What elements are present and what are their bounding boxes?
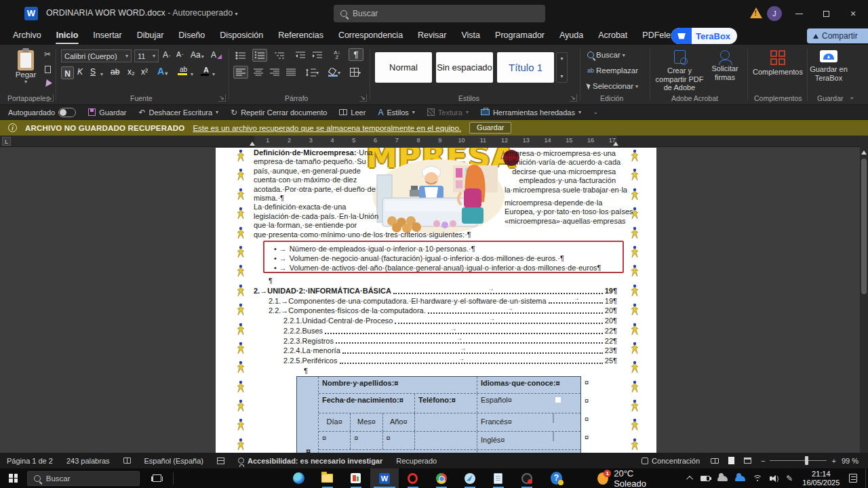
date-header-cell[interactable]: Mes¤ bbox=[351, 413, 382, 431]
underline-chevron-icon[interactable]: ▾ bbox=[100, 71, 103, 77]
volume-icon[interactable]: ) bbox=[770, 475, 778, 482]
format-painter-button[interactable] bbox=[42, 79, 53, 89]
phone-label-cell[interactable]: Teléfono:¤ bbox=[415, 394, 477, 413]
increase-indent-button[interactable] bbox=[310, 49, 325, 62]
phone-empty-cell[interactable] bbox=[415, 432, 477, 449]
ribbon-tab[interactable]: Programador bbox=[488, 27, 552, 45]
pen-icon[interactable]: ✎ bbox=[786, 474, 793, 483]
find-button[interactable]: Buscar▾ bbox=[587, 51, 625, 59]
birthdate-label-cell[interactable]: Fecha·de·nacimiento:¤ bbox=[319, 394, 415, 413]
date-value-cell[interactable]: ¤ bbox=[351, 432, 382, 449]
ribbon-tab[interactable]: Ayuda bbox=[552, 27, 591, 45]
close-button[interactable]: × bbox=[840, 0, 867, 27]
taskbar-app-recorder[interactable] bbox=[513, 468, 541, 488]
toc-entry[interactable]: 2.→ UNIDAD·2:·INFORMÁTICA·BÁSICA → 19¶ bbox=[254, 286, 617, 296]
taskbar-app-compass[interactable] bbox=[456, 468, 484, 488]
adobe-create-pdf-button[interactable]: Crear y compartir PDF de Adobe bbox=[652, 50, 707, 92]
right-indent-marker[interactable] bbox=[613, 142, 618, 146]
taskbar-app-word[interactable]: W bbox=[370, 468, 399, 488]
text-effects-button[interactable]: A▾ bbox=[157, 66, 167, 77]
accessibility-status[interactable]: Accesibilidad: es necesario investigar bbox=[231, 453, 389, 468]
font-name-select[interactable]: Calibri (Cuerpo)▾ bbox=[61, 49, 132, 62]
web-layout-view-button[interactable] bbox=[743, 457, 751, 465]
notification-center-icon[interactable] bbox=[849, 474, 857, 483]
tab-selector[interactable]: L bbox=[2, 137, 11, 146]
bullets-button[interactable] bbox=[233, 49, 248, 62]
task-view-button[interactable] bbox=[146, 468, 167, 488]
name-label-cell[interactable]: Nombre·y·apellidos:¤ bbox=[319, 377, 477, 393]
zoom-thumb[interactable] bbox=[805, 456, 808, 465]
start-button[interactable] bbox=[0, 468, 27, 488]
toc-entry[interactable]: 2.2.4. La·menoría → 23¶ bbox=[254, 346, 617, 356]
qat-save-button[interactable]: Guardar bbox=[88, 108, 126, 117]
language-indicator[interactable]: Español (España) bbox=[138, 453, 210, 468]
collapse-ribbon-chevron-icon[interactable]: ⌄ bbox=[849, 93, 854, 100]
replace-button[interactable]: ab Reemplazar bbox=[587, 66, 638, 75]
ribbon-tab[interactable]: Dibujar bbox=[130, 27, 172, 45]
toc-entry[interactable]: 2.2.→ Componentes·físicos·de·la·computad… bbox=[254, 306, 617, 316]
styles-more-button[interactable]: ▾▾ bbox=[556, 52, 568, 83]
criteria-box[interactable]: • → Número·de·empleados·igual·o·inferior… bbox=[263, 241, 624, 273]
decrease-indent-button[interactable] bbox=[293, 49, 308, 62]
minimize-button[interactable] bbox=[785, 0, 812, 27]
ribbon-tab[interactable]: Acrobat bbox=[591, 27, 635, 45]
french-checkbox-cell[interactable] bbox=[552, 413, 580, 431]
title-chevron-down-icon[interactable]: ▾ bbox=[235, 11, 238, 17]
justify-button[interactable] bbox=[283, 66, 298, 79]
recovery-save-button[interactable]: Guardar bbox=[469, 122, 511, 134]
sort-button[interactable]: A↓Z bbox=[330, 48, 344, 61]
underline-button[interactable]: S bbox=[90, 67, 96, 77]
weather-widget[interactable]: 1 20°C Soleado bbox=[597, 468, 663, 488]
shrink-font-button[interactable]: Aˇ bbox=[176, 50, 183, 58]
font-dialog-launcher[interactable]: ↘ bbox=[218, 94, 226, 102]
battery-icon[interactable] bbox=[701, 476, 710, 481]
recovery-message-link[interactable]: Este es un archivo recuperado que se alm… bbox=[193, 124, 461, 132]
style-card[interactable]: Normal bbox=[375, 52, 432, 83]
strikethrough-button[interactable]: ab bbox=[111, 67, 119, 77]
numbering-button[interactable] bbox=[252, 49, 267, 62]
redo-button[interactable]: ↻ Repetir Cerrar documento bbox=[231, 108, 327, 117]
ribbon-tab[interactable]: Referencias bbox=[271, 27, 331, 45]
toc-entry[interactable]: 2.2.2. Buses → 22¶ bbox=[254, 326, 617, 336]
date-value-cell[interactable]: ¤ bbox=[319, 432, 351, 449]
tray-chevron-up-icon[interactable] bbox=[686, 476, 693, 483]
recovered-status[interactable]: Recuperado bbox=[389, 453, 443, 468]
zoom-percent[interactable]: 99 % bbox=[842, 457, 859, 465]
bakery-clipart[interactable] bbox=[372, 156, 506, 239]
highlight-button[interactable]: ab bbox=[178, 66, 187, 75]
read-mode-view-button[interactable] bbox=[711, 457, 719, 465]
toc-entry[interactable]: 2.2.1. Unidad·Central·de·Proceso → 20¶ bbox=[254, 316, 617, 326]
legacy-tools-button[interactable]: Herramientas heredadas▾ bbox=[481, 108, 581, 117]
focus-mode-button[interactable]: Concentración bbox=[635, 457, 707, 465]
macro-button[interactable] bbox=[210, 453, 231, 468]
zoom-slider[interactable]: − + bbox=[761, 457, 836, 465]
multilevel-list-button[interactable] bbox=[272, 49, 287, 62]
taskbar-app-notepad[interactable] bbox=[484, 468, 513, 488]
table-of-contents[interactable]: 2.→ UNIDAD·2:·INFORMÁTICA·BÁSICA → 19¶ 2… bbox=[254, 286, 617, 366]
ribbon-tab[interactable]: Vista bbox=[454, 27, 488, 45]
word-count[interactable]: 243 palabras bbox=[60, 453, 117, 468]
document-page[interactable]: MPRESA bbox=[216, 148, 656, 453]
proofing-status[interactable] bbox=[117, 453, 138, 468]
select-button[interactable]: Seleccionar▾ bbox=[587, 82, 638, 90]
ribbon-tab[interactable]: Inicio bbox=[49, 27, 86, 45]
help-bubble-button[interactable]: ? bbox=[551, 472, 562, 485]
show-desktop-button[interactable] bbox=[865, 468, 868, 488]
toc-entry[interactable]: 2.2.5. Periféricos → 25¶ bbox=[254, 356, 617, 366]
change-case-button[interactable]: Aa▾ bbox=[191, 50, 204, 60]
checkbox-empty-icon[interactable] bbox=[553, 413, 554, 423]
scrollbar-thumb[interactable] bbox=[861, 159, 867, 294]
copy-button[interactable] bbox=[42, 64, 53, 75]
request-signatures-button[interactable]: Solicitar firmas bbox=[705, 50, 745, 81]
ribbon-tab[interactable]: Revisar bbox=[410, 27, 454, 45]
taskbar-search-box[interactable]: Buscar bbox=[27, 471, 140, 486]
ribbon-tab[interactable]: Insertar bbox=[85, 27, 129, 45]
scroll-up-arrow-icon[interactable] bbox=[861, 150, 867, 155]
style-card[interactable]: Sin espaciado bbox=[436, 52, 493, 83]
paragraph-dialog-launcher[interactable]: ↘ bbox=[359, 94, 367, 102]
print-layout-view-button[interactable] bbox=[727, 457, 735, 465]
save-to-terabox-button[interactable]: Guardar en TeraBox bbox=[808, 50, 849, 82]
ribbon-tab[interactable]: Correspondencia bbox=[331, 27, 410, 45]
inscription-form-table[interactable]: tos·de·inscripción¤ Nombre·y·apellidos:¤… bbox=[296, 376, 581, 453]
texture-button[interactable]: Textura▾ bbox=[427, 108, 469, 117]
